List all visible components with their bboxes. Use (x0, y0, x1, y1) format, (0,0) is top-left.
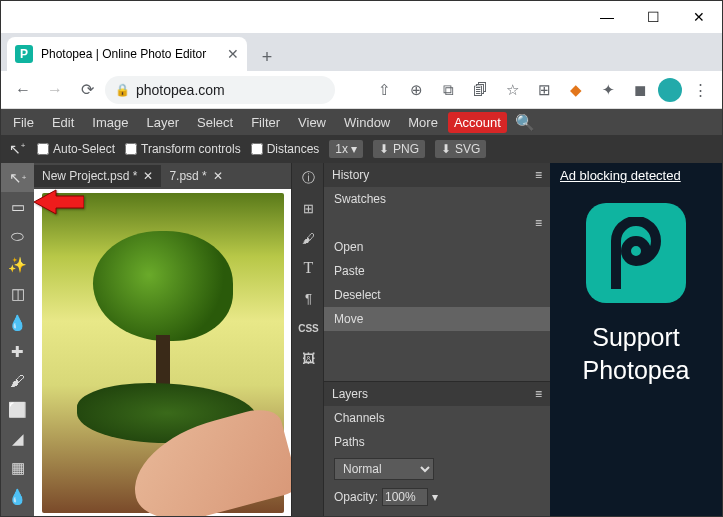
opacity-label: Opacity: (334, 490, 378, 504)
reader-icon[interactable]: 🗐 (466, 76, 494, 104)
url-text: photopea.com (136, 82, 225, 98)
canvas[interactable] (34, 189, 291, 516)
history-item[interactable]: Deselect (324, 283, 550, 307)
blur-tool[interactable]: 💧 (1, 482, 34, 511)
forward-button[interactable]: → (41, 76, 69, 104)
blend-mode-select[interactable]: Normal (334, 458, 434, 480)
export-svg-button[interactable]: ⬇ SVG (435, 140, 486, 158)
browser-tab[interactable]: P Photopea | Online Photo Editor ✕ (7, 37, 247, 71)
share-icon[interactable]: ⇧ (370, 76, 398, 104)
document-tabs: New Project.psd *✕ 7.psd *✕ (34, 163, 291, 189)
zoom-select[interactable]: 1x ▾ (329, 140, 363, 158)
install-icon[interactable]: ⊕ (402, 76, 430, 104)
panel-menu-icon[interactable]: ≡ (535, 387, 542, 401)
distances-checkbox[interactable]: Distances (251, 142, 320, 156)
swatches-tab[interactable]: Swatches (324, 187, 550, 211)
favicon-icon: P (15, 45, 33, 63)
close-icon[interactable]: ✕ (213, 169, 223, 183)
gradient-tool[interactable]: ▦ (1, 453, 34, 482)
css-panel-icon[interactable]: CSS (292, 313, 325, 343)
metamask-icon[interactable]: ◆ (562, 76, 590, 104)
history-item[interactable]: Paste (324, 259, 550, 283)
tab-title: Photopea | Online Photo Editor (41, 47, 206, 61)
panel-menu-icon[interactable]: ≡ (535, 168, 542, 182)
bookmark-icon[interactable]: ☆ (498, 76, 526, 104)
options-bar: ↖+ Auto-Select Transform controls Distan… (1, 135, 722, 163)
extensions-puzzle-icon[interactable]: ✦ (594, 76, 622, 104)
menu-view[interactable]: View (290, 112, 334, 133)
profile-avatar-icon[interactable] (658, 78, 682, 102)
ad-blocking-notice[interactable]: Ad blocking detected (550, 163, 722, 188)
reload-button[interactable]: ⟳ (73, 76, 101, 104)
window-minimize-button[interactable]: — (584, 1, 630, 33)
window-close-button[interactable]: ✕ (676, 1, 722, 33)
support-text: SupportPhotopea (582, 321, 689, 386)
panel-menu-icon[interactable]: ≡ (535, 216, 542, 230)
picture-panel-icon[interactable]: 🖼 (292, 343, 325, 373)
canvas-image (42, 193, 284, 513)
tab-close-icon[interactable]: ✕ (227, 46, 239, 62)
menu-filter[interactable]: Filter (243, 112, 288, 133)
menu-select[interactable]: Select (189, 112, 241, 133)
close-icon[interactable]: ✕ (143, 169, 153, 183)
window-titlebar: — ☐ ✕ (1, 1, 722, 33)
rect-select-tool[interactable]: ▭ (1, 192, 34, 221)
lock-icon: 🔒 (115, 83, 130, 97)
annotation-arrow-icon (34, 188, 84, 216)
character-panel-icon[interactable]: T (292, 253, 325, 283)
swatches-panel-icon[interactable]: ⊞ (292, 193, 325, 223)
heal-tool[interactable]: ✚ (1, 337, 34, 366)
extension-square-icon[interactable]: ◼ (626, 76, 654, 104)
menu-image[interactable]: Image (84, 112, 136, 133)
right-panel: History≡ Swatches ≡ Open Paste Deselect … (324, 163, 550, 516)
new-tab-button[interactable]: + (253, 43, 281, 71)
eyedropper-tool[interactable]: 💧 (1, 308, 34, 337)
browser-tabstrip: P Photopea | Online Photo Editor ✕ + (1, 33, 722, 71)
menu-file[interactable]: File (5, 112, 42, 133)
paths-tab[interactable]: Paths (324, 430, 550, 454)
address-bar[interactable]: 🔒 photopea.com (105, 76, 335, 104)
move-tool-icon: ↖+ (7, 141, 27, 157)
menu-window[interactable]: Window (336, 112, 398, 133)
opacity-input[interactable] (382, 488, 428, 506)
account-button[interactable]: Account (448, 112, 507, 133)
export-png-button[interactable]: ⬇ PNG (373, 140, 425, 158)
search-icon[interactable]: 🔍 (509, 113, 541, 132)
transform-controls-checkbox[interactable]: Transform controls (125, 142, 241, 156)
chrome-menu-icon[interactable]: ⋮ (686, 76, 714, 104)
window-maximize-button[interactable]: ☐ (630, 1, 676, 33)
history-item[interactable]: Open (324, 235, 550, 259)
ad-sidebar: Ad blocking detected SupportPhotopea (550, 163, 722, 516)
panel-icon-strip: ⓘ ⊞ 🖌 T ¶ CSS 🖼 (291, 163, 324, 516)
photopea-app: File Edit Image Layer Select Filter View… (1, 109, 722, 516)
document-tab[interactable]: New Project.psd *✕ (34, 165, 161, 187)
photopea-logo-icon (586, 203, 686, 303)
app-menubar: File Edit Image Layer Select Filter View… (1, 109, 722, 135)
brush-panel-icon[interactable]: 🖌 (292, 223, 325, 253)
extension-icon[interactable]: ⊞ (530, 76, 558, 104)
eraser-tool[interactable]: ◢ (1, 424, 34, 453)
browser-toolbar: ← → ⟳ 🔒 photopea.com ⇧ ⊕ ⧉ 🗐 ☆ ⊞ ◆ ✦ ◼ ⋮ (1, 71, 722, 109)
back-button[interactable]: ← (9, 76, 37, 104)
history-item[interactable]: Move (324, 307, 550, 331)
menu-edit[interactable]: Edit (44, 112, 82, 133)
layers-panel-header[interactable]: Layers≡ (324, 382, 550, 406)
history-panel-header[interactable]: History≡ (324, 163, 550, 187)
opacity-dropdown-icon[interactable]: ▾ (432, 490, 438, 504)
crop-tool[interactable]: ◫ (1, 279, 34, 308)
magic-wand-tool[interactable]: ✨ (1, 250, 34, 279)
auto-select-checkbox[interactable]: Auto-Select (37, 142, 115, 156)
menu-layer[interactable]: Layer (139, 112, 188, 133)
paragraph-panel-icon[interactable]: ¶ (292, 283, 325, 313)
clone-stamp-tool[interactable]: ⬜ (1, 395, 34, 424)
info-panel-icon[interactable]: ⓘ (292, 163, 325, 193)
menu-more[interactable]: More (400, 112, 446, 133)
lasso-tool[interactable]: ⬭ (1, 221, 34, 250)
channels-tab[interactable]: Channels (324, 406, 550, 430)
brush-tool[interactable]: 🖌 (1, 366, 34, 395)
copy-icon[interactable]: ⧉ (434, 76, 462, 104)
move-tool[interactable]: ↖+ (1, 163, 34, 192)
document-tab[interactable]: 7.psd *✕ (161, 165, 230, 187)
svg-marker-0 (34, 190, 84, 214)
left-toolbar: ↖+ ▭ ⬭ ✨ ◫ 💧 ✚ 🖌 ⬜ ◢ ▦ 💧 (1, 163, 34, 516)
